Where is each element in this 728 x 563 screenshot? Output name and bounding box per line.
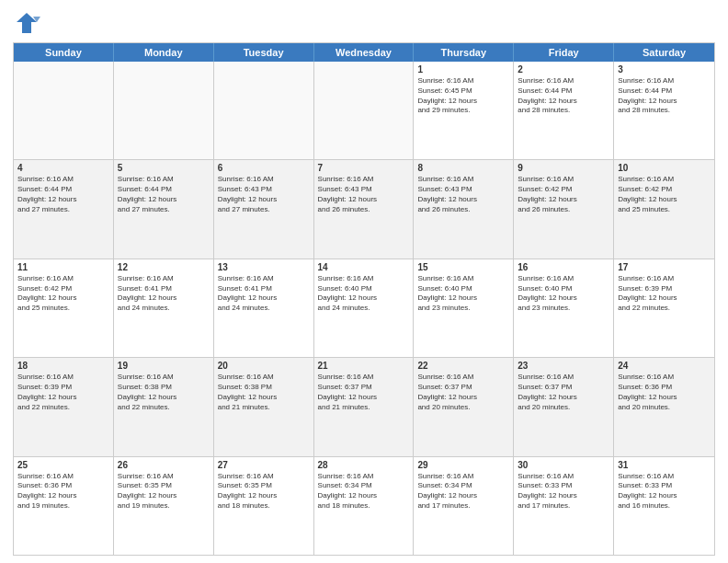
calendar-header: SundayMondayTuesdayWednesdayThursdayFrid… bbox=[14, 43, 714, 62]
calendar-cell: 22Sunrise: 6:16 AM Sunset: 6:37 PM Dayli… bbox=[414, 358, 514, 455]
day-number: 19 bbox=[118, 361, 210, 371]
calendar-cell: 24Sunrise: 6:16 AM Sunset: 6:36 PM Dayli… bbox=[614, 358, 714, 455]
day-info: Sunrise: 6:16 AM Sunset: 6:41 PM Dayligh… bbox=[218, 274, 310, 314]
calendar-cell: 28Sunrise: 6:16 AM Sunset: 6:34 PM Dayli… bbox=[314, 457, 415, 555]
day-info: Sunrise: 6:16 AM Sunset: 6:35 PM Dayligh… bbox=[118, 472, 210, 511]
calendar-cell bbox=[114, 62, 214, 159]
calendar-cell bbox=[314, 62, 415, 159]
day-info: Sunrise: 6:16 AM Sunset: 6:44 PM Dayligh… bbox=[618, 76, 711, 116]
calendar-cell: 4Sunrise: 6:16 AM Sunset: 6:44 PM Daylig… bbox=[14, 160, 114, 258]
day-info: Sunrise: 6:16 AM Sunset: 6:43 PM Dayligh… bbox=[318, 175, 410, 214]
day-info: Sunrise: 6:16 AM Sunset: 6:40 PM Dayligh… bbox=[417, 274, 509, 314]
calendar-cell: 3Sunrise: 6:16 AM Sunset: 6:44 PM Daylig… bbox=[614, 62, 714, 159]
day-number: 28 bbox=[318, 460, 410, 470]
calendar-week-4: 18Sunrise: 6:16 AM Sunset: 6:39 PM Dayli… bbox=[14, 358, 714, 456]
calendar-cell: 25Sunrise: 6:16 AM Sunset: 6:36 PM Dayli… bbox=[14, 457, 114, 555]
day-number: 11 bbox=[17, 262, 109, 272]
day-info: Sunrise: 6:16 AM Sunset: 6:44 PM Dayligh… bbox=[518, 76, 609, 116]
weekday-header-friday: Friday bbox=[514, 43, 614, 62]
page: SundayMondayTuesdayWednesdayThursdayFrid… bbox=[0, 0, 728, 563]
calendar-cell: 31Sunrise: 6:16 AM Sunset: 6:33 PM Dayli… bbox=[614, 457, 714, 555]
calendar-cell: 29Sunrise: 6:16 AM Sunset: 6:34 PM Dayli… bbox=[414, 457, 514, 555]
day-info: Sunrise: 6:16 AM Sunset: 6:42 PM Dayligh… bbox=[618, 175, 711, 214]
day-info: Sunrise: 6:16 AM Sunset: 6:42 PM Dayligh… bbox=[518, 175, 609, 214]
day-info: Sunrise: 6:16 AM Sunset: 6:43 PM Dayligh… bbox=[218, 175, 310, 214]
day-number: 25 bbox=[17, 460, 109, 470]
calendar-cell: 23Sunrise: 6:16 AM Sunset: 6:37 PM Dayli… bbox=[514, 358, 614, 455]
day-number: 16 bbox=[518, 262, 609, 272]
weekday-header-saturday: Saturday bbox=[614, 43, 714, 62]
calendar-week-1: 1Sunrise: 6:16 AM Sunset: 6:45 PM Daylig… bbox=[14, 62, 714, 160]
day-info: Sunrise: 6:16 AM Sunset: 6:33 PM Dayligh… bbox=[618, 472, 711, 511]
day-number: 4 bbox=[17, 163, 109, 173]
calendar-cell: 12Sunrise: 6:16 AM Sunset: 6:41 PM Dayli… bbox=[114, 259, 214, 357]
day-info: Sunrise: 6:16 AM Sunset: 6:40 PM Dayligh… bbox=[318, 274, 410, 314]
calendar-week-2: 4Sunrise: 6:16 AM Sunset: 6:44 PM Daylig… bbox=[14, 160, 714, 259]
calendar-week-3: 11Sunrise: 6:16 AM Sunset: 6:42 PM Dayli… bbox=[14, 259, 714, 358]
day-number: 18 bbox=[17, 361, 109, 371]
day-number: 27 bbox=[218, 460, 310, 470]
day-info: Sunrise: 6:16 AM Sunset: 6:42 PM Dayligh… bbox=[17, 274, 109, 314]
day-info: Sunrise: 6:16 AM Sunset: 6:43 PM Dayligh… bbox=[417, 175, 509, 214]
calendar-cell: 20Sunrise: 6:16 AM Sunset: 6:38 PM Dayli… bbox=[214, 358, 314, 455]
day-number: 13 bbox=[218, 262, 310, 272]
calendar-cell: 6Sunrise: 6:16 AM Sunset: 6:43 PM Daylig… bbox=[214, 160, 314, 258]
day-info: Sunrise: 6:16 AM Sunset: 6:45 PM Dayligh… bbox=[417, 76, 509, 116]
day-info: Sunrise: 6:16 AM Sunset: 6:38 PM Dayligh… bbox=[118, 373, 210, 412]
svg-marker-0 bbox=[17, 13, 37, 33]
day-info: Sunrise: 6:16 AM Sunset: 6:44 PM Dayligh… bbox=[17, 175, 109, 214]
day-info: Sunrise: 6:16 AM Sunset: 6:38 PM Dayligh… bbox=[218, 373, 310, 412]
day-info: Sunrise: 6:16 AM Sunset: 6:40 PM Dayligh… bbox=[518, 274, 609, 314]
calendar-cell: 10Sunrise: 6:16 AM Sunset: 6:42 PM Dayli… bbox=[614, 160, 714, 258]
calendar-body: 1Sunrise: 6:16 AM Sunset: 6:45 PM Daylig… bbox=[14, 62, 714, 555]
header bbox=[13, 9, 715, 37]
calendar-cell: 11Sunrise: 6:16 AM Sunset: 6:42 PM Dayli… bbox=[14, 259, 114, 357]
day-number: 17 bbox=[618, 262, 711, 272]
day-info: Sunrise: 6:16 AM Sunset: 6:44 PM Dayligh… bbox=[118, 175, 210, 214]
day-number: 30 bbox=[518, 460, 609, 470]
calendar-cell: 14Sunrise: 6:16 AM Sunset: 6:40 PM Dayli… bbox=[314, 259, 415, 357]
day-number: 8 bbox=[417, 163, 509, 173]
calendar-week-5: 25Sunrise: 6:16 AM Sunset: 6:36 PM Dayli… bbox=[14, 457, 714, 555]
calendar-cell: 16Sunrise: 6:16 AM Sunset: 6:40 PM Dayli… bbox=[514, 259, 614, 357]
weekday-header-sunday: Sunday bbox=[14, 43, 114, 62]
day-number: 26 bbox=[118, 460, 210, 470]
day-info: Sunrise: 6:16 AM Sunset: 6:37 PM Dayligh… bbox=[318, 373, 410, 412]
day-info: Sunrise: 6:16 AM Sunset: 6:34 PM Dayligh… bbox=[318, 472, 410, 511]
calendar-cell: 5Sunrise: 6:16 AM Sunset: 6:44 PM Daylig… bbox=[114, 160, 214, 258]
day-number: 22 bbox=[417, 361, 509, 371]
day-number: 2 bbox=[518, 64, 609, 75]
day-number: 12 bbox=[118, 262, 210, 272]
weekday-header-wednesday: Wednesday bbox=[314, 43, 415, 62]
calendar-cell: 18Sunrise: 6:16 AM Sunset: 6:39 PM Dayli… bbox=[14, 358, 114, 455]
day-number: 29 bbox=[417, 460, 509, 470]
day-info: Sunrise: 6:16 AM Sunset: 6:36 PM Dayligh… bbox=[618, 373, 711, 412]
day-number: 31 bbox=[618, 460, 711, 470]
calendar-cell: 15Sunrise: 6:16 AM Sunset: 6:40 PM Dayli… bbox=[414, 259, 514, 357]
weekday-header-tuesday: Tuesday bbox=[214, 43, 314, 62]
weekday-header-monday: Monday bbox=[114, 43, 214, 62]
calendar-cell bbox=[214, 62, 314, 159]
day-number: 9 bbox=[518, 163, 609, 173]
calendar-cell: 13Sunrise: 6:16 AM Sunset: 6:41 PM Dayli… bbox=[214, 259, 314, 357]
calendar-cell: 2Sunrise: 6:16 AM Sunset: 6:44 PM Daylig… bbox=[514, 62, 614, 159]
calendar-cell: 17Sunrise: 6:16 AM Sunset: 6:39 PM Dayli… bbox=[614, 259, 714, 357]
logo-icon bbox=[13, 9, 40, 37]
calendar: SundayMondayTuesdayWednesdayThursdayFrid… bbox=[13, 42, 715, 556]
calendar-cell: 9Sunrise: 6:16 AM Sunset: 6:42 PM Daylig… bbox=[514, 160, 614, 258]
day-number: 14 bbox=[318, 262, 410, 272]
day-info: Sunrise: 6:16 AM Sunset: 6:34 PM Dayligh… bbox=[417, 472, 509, 511]
day-number: 24 bbox=[618, 361, 711, 371]
day-number: 15 bbox=[417, 262, 509, 272]
calendar-cell: 1Sunrise: 6:16 AM Sunset: 6:45 PM Daylig… bbox=[414, 62, 514, 159]
calendar-cell: 26Sunrise: 6:16 AM Sunset: 6:35 PM Dayli… bbox=[114, 457, 214, 555]
day-number: 3 bbox=[618, 64, 711, 75]
day-number: 6 bbox=[218, 163, 310, 173]
calendar-cell: 19Sunrise: 6:16 AM Sunset: 6:38 PM Dayli… bbox=[114, 358, 214, 455]
calendar-cell: 27Sunrise: 6:16 AM Sunset: 6:35 PM Dayli… bbox=[214, 457, 314, 555]
day-number: 20 bbox=[218, 361, 310, 371]
day-info: Sunrise: 6:16 AM Sunset: 6:36 PM Dayligh… bbox=[17, 472, 109, 511]
day-info: Sunrise: 6:16 AM Sunset: 6:33 PM Dayligh… bbox=[518, 472, 609, 511]
weekday-header-thursday: Thursday bbox=[414, 43, 514, 62]
logo bbox=[13, 9, 44, 37]
